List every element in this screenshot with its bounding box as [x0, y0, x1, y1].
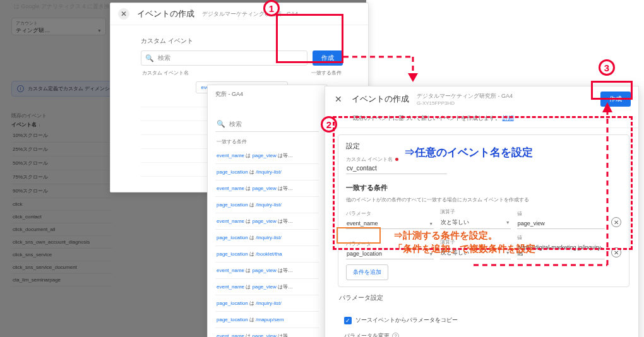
- event-row[interactable]: click_sns_service_document: [11, 261, 112, 274]
- event-row[interactable]: 25%スクロール: [11, 143, 112, 157]
- col-event-name: カスタム イベント名: [142, 69, 189, 76]
- annotation-3: 3: [599, 59, 615, 76]
- events-list-panel: 究所 - GA4 🔍 検索 一致する条件 event_name は page_v…: [207, 85, 327, 337]
- events-col-name[interactable]: イベント名 ↓: [11, 121, 41, 128]
- svg-marker-5: [602, 102, 612, 112]
- condition-row[interactable]: event_name は page_view は等…: [215, 213, 319, 230]
- annotation-arrow-1: [343, 50, 426, 88]
- condition-row[interactable]: event_name は page_view は等…: [215, 279, 319, 295]
- panel-title: イベントの作成: [352, 93, 409, 105]
- annotation-rect-create1: [276, 14, 343, 63]
- condition-row[interactable]: event_name は page_view は等…: [215, 328, 319, 337]
- svg-marker-2: [408, 73, 418, 82]
- copy-params-checkbox[interactable]: ✓: [344, 317, 352, 324]
- event-row[interactable]: click_sns_service: [11, 249, 112, 261]
- close-icon[interactable]: ✕: [333, 93, 344, 105]
- account-label: アカウント: [16, 20, 102, 27]
- account-picker[interactable]: アカウント ティング研… ▼: [11, 18, 106, 35]
- param-config-heading: パラメータ設定: [339, 293, 629, 302]
- add-condition-button[interactable]: 条件を追加: [346, 264, 388, 280]
- search-input[interactable]: 🔍 検索: [215, 117, 319, 132]
- help-icon[interactable]: ?: [392, 333, 399, 337]
- event-row[interactable]: click_sns_own_account_diagnosis: [11, 236, 112, 249]
- event-row[interactable]: 50%スクロール: [11, 157, 112, 170]
- search-icon: 🔍: [145, 54, 154, 62]
- annotation-rect-create2: [591, 81, 633, 100]
- col-conditions: 一致する条件: [215, 136, 319, 148]
- event-row[interactable]: click_contact: [11, 211, 112, 223]
- close-icon[interactable]: ✕: [118, 8, 129, 20]
- event-row[interactable]: click_document_all: [11, 223, 112, 236]
- account-value: ティング研…: [16, 27, 50, 35]
- existing-events-list: 10%スクロール25%スクロール50%スクロール75%スクロール90%スクロール…: [11, 129, 112, 287]
- modal-title: イベントの作成: [137, 8, 194, 20]
- copy-params-label: ソースイベントからパラメータをコピー: [355, 316, 458, 324]
- existing-events-heading: 既存のイベント: [11, 112, 47, 119]
- event-row[interactable]: 90%スクロール: [11, 184, 112, 198]
- event-row[interactable]: click: [11, 198, 112, 211]
- condition-row[interactable]: event_name は page_view は等…: [215, 148, 319, 164]
- property-name: 究所 - GA4: [215, 90, 319, 106]
- search-icon: 🔍: [217, 120, 225, 129]
- condition-row[interactable]: page_location は /inquiry-list/: [215, 164, 319, 180]
- condition-row[interactable]: page_location は /mapup/sem: [215, 312, 319, 328]
- condition-row[interactable]: page_location は /inquiry-list/: [215, 197, 319, 213]
- annotation-rect-addcond: [337, 227, 381, 244]
- condition-row[interactable]: event_name は page_view は等…: [215, 180, 319, 197]
- col-conditions: 一致する条件: [311, 69, 342, 76]
- condition-row[interactable]: event_name は page_view は等…: [215, 263, 319, 279]
- event-row[interactable]: 10%スクロール: [11, 129, 112, 143]
- annotation-arrow-2: [467, 101, 619, 278]
- condition-row[interactable]: page_location は /inquiry-list/: [215, 230, 319, 246]
- modify-params-heading: パラメータを変更 ?: [344, 332, 629, 337]
- sort-down-icon: ↓: [39, 122, 41, 127]
- info-icon: i: [17, 85, 24, 92]
- event-row[interactable]: 75%スクロール: [11, 170, 112, 184]
- condition-row[interactable]: page_location は /inquiry-list/: [215, 295, 319, 312]
- condition-row[interactable]: page_location は /booklet/tha: [215, 246, 319, 263]
- event-row[interactable]: cta_lim_seminarpage: [11, 274, 112, 287]
- chevron-down-icon: ▼: [97, 28, 102, 33]
